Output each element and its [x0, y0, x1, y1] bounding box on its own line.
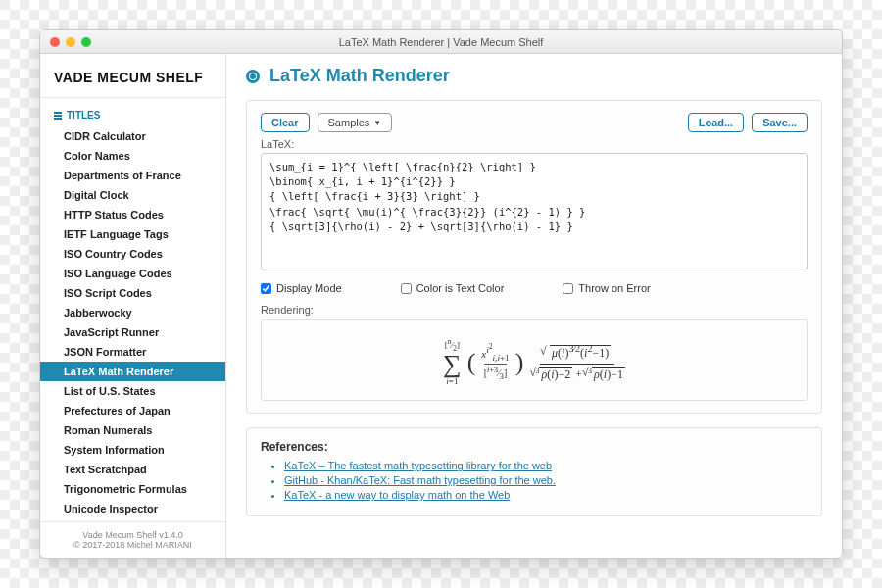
color-is-text-label: Color is Text Color	[416, 282, 505, 294]
sidebar-item[interactable]: List of U.S. States	[40, 381, 225, 401]
color-is-text-option[interactable]: Color is Text Color	[401, 282, 505, 294]
version-text: Vade Mecum Shelf v1.4.0	[50, 530, 216, 540]
sidebar-item[interactable]: ISO Country Codes	[40, 244, 225, 264]
close-icon[interactable]	[50, 37, 60, 47]
throw-on-error-checkbox[interactable]	[563, 283, 573, 294]
references-panel: References: KaTeX – The fastest math typ…	[246, 427, 822, 516]
minimize-icon[interactable]	[66, 37, 75, 47]
sidebar-footer: Vade Mecum Shelf v1.4.0 © 2017-2018 Mich…	[40, 521, 225, 558]
app-window: LaTeX Math Renderer | Vade Mecum Shelf V…	[39, 29, 843, 559]
save-button[interactable]: Save...	[752, 113, 808, 132]
sidebar-item[interactable]: ISO Language Codes	[40, 264, 225, 283]
load-button[interactable]: Load...	[688, 113, 744, 132]
toolbar: Clear Samples ▼ Load... Save...	[261, 113, 808, 132]
page-header: LaTeX Math Renderer	[226, 54, 842, 96]
samples-button-label: Samples	[328, 117, 370, 128]
editor-panel: Clear Samples ▼ Load... Save... LaTeX: D…	[246, 100, 822, 414]
sidebar: VADE MECUM SHELF TITLES CIDR CalculatorC…	[40, 54, 226, 558]
sidebar-item[interactable]: Unicode Inspector	[40, 499, 225, 518]
reference-link[interactable]: GitHub - Khan/KaTeX: Fast math typesetti…	[284, 474, 808, 486]
copyright-text: © 2017-2018 Michel MARIANI	[50, 540, 216, 550]
rendering-output: [n⁄2] ∑ i=1 ( xi2i,i+1 [i+3⁄3] ) μ(i)3⁄2…	[261, 319, 808, 401]
sidebar-item[interactable]: Roman Numerals	[40, 420, 225, 440]
sidebar-item[interactable]: System Information	[40, 440, 225, 460]
brand: VADE MECUM SHELF	[40, 54, 225, 98]
reference-link[interactable]: KaTeX – The fastest math typesetting lib…	[284, 460, 808, 471]
page-title: LaTeX Math Renderer	[270, 66, 450, 86]
sidebar-item[interactable]: LaTeX Math Renderer	[40, 362, 225, 381]
sidebar-item[interactable]: IETF Language Tags	[40, 224, 225, 244]
options-row: Display Mode Color is Text Color Throw o…	[261, 282, 808, 294]
sidebar-item[interactable]: Digital Clock	[40, 185, 225, 205]
sidebar-item[interactable]: Trigonometric Formulas	[40, 479, 225, 499]
window-title: LaTeX Math Renderer | Vade Mecum Shelf	[40, 36, 842, 48]
titlebar: LaTeX Math Renderer | Vade Mecum Shelf	[40, 30, 842, 54]
samples-button[interactable]: Samples ▼	[318, 113, 393, 132]
display-mode-option[interactable]: Display Mode	[261, 282, 342, 294]
latex-input[interactable]	[261, 153, 808, 270]
rendering-label: Rendering:	[261, 304, 808, 316]
sidebar-section-label: TITLES	[67, 110, 100, 121]
reference-link[interactable]: KaTeX - a new way to display math on the…	[284, 489, 808, 501]
sidebar-item[interactable]: Prefectures of Japan	[40, 401, 225, 420]
maximize-icon[interactable]	[81, 37, 91, 47]
clear-button[interactable]: Clear	[261, 113, 310, 132]
sidebar-item[interactable]: Color Names	[40, 146, 225, 166]
sidebar-item[interactable]: JSON Formatter	[40, 342, 225, 362]
traffic-lights	[40, 37, 91, 47]
sidebar-item[interactable]: Text Scratchpad	[40, 460, 225, 479]
sidebar-item[interactable]: HTTP Status Codes	[40, 205, 225, 224]
chevron-down-icon: ▼	[373, 119, 381, 127]
sidebar-item[interactable]: Departments of France	[40, 166, 225, 185]
sidebar-item[interactable]: ISO Script Codes	[40, 283, 225, 303]
color-is-text-checkbox[interactable]	[401, 283, 412, 294]
target-icon	[246, 70, 260, 83]
references-title: References:	[261, 440, 808, 454]
app-body: VADE MECUM SHELF TITLES CIDR CalculatorC…	[40, 54, 842, 558]
math-formula: [n⁄2] ∑ i=1 ( xi2i,i+1 [i+3⁄3] ) μ(i)3⁄2…	[443, 338, 625, 386]
references-list: KaTeX – The fastest math typesetting lib…	[261, 460, 808, 501]
throw-on-error-option[interactable]: Throw on Error	[563, 282, 650, 294]
throw-on-error-label: Throw on Error	[578, 282, 650, 294]
main: LaTeX Math Renderer Clear Samples ▼ Load…	[226, 54, 842, 558]
sidebar-item[interactable]: Jabberwocky	[40, 303, 225, 322]
latex-label: LaTeX:	[261, 138, 808, 150]
sidebar-nav: CIDR CalculatorColor NamesDepartments of…	[40, 126, 225, 521]
display-mode-label: Display Mode	[276, 282, 342, 294]
sidebar-item[interactable]: CIDR Calculator	[40, 126, 225, 146]
sidebar-section-header: TITLES	[40, 98, 225, 126]
sidebar-item[interactable]: JavaScript Runner	[40, 322, 225, 342]
display-mode-checkbox[interactable]	[261, 283, 271, 294]
